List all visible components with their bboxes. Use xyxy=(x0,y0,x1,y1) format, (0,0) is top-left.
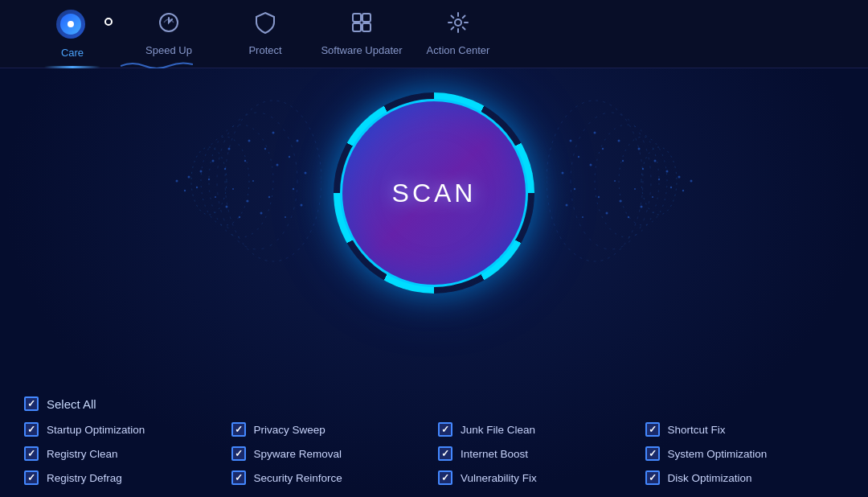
svg-point-47 xyxy=(574,188,575,190)
checkbox-privacy-sweep[interactable]: ✓ Privacy Sweep xyxy=(231,422,431,437)
svg-point-65 xyxy=(658,179,660,180)
nav-label-action-center: Action Center xyxy=(427,44,490,56)
svg-point-37 xyxy=(184,190,186,191)
svg-point-14 xyxy=(293,188,294,190)
select-all-checkbox[interactable]: ✓ xyxy=(24,396,39,411)
svg-point-10 xyxy=(191,147,227,215)
svg-point-26 xyxy=(239,216,240,218)
svg-point-36 xyxy=(188,176,190,179)
checkbox-security-reinforce[interactable]: ✓ Security Reinforce xyxy=(231,470,431,485)
svg-point-53 xyxy=(598,196,600,198)
checkboxes-section: ✓ Select All ✓ Startup Optimization ✓ Pr… xyxy=(0,396,868,497)
wing-left xyxy=(16,68,321,294)
nav-item-care[interactable]: Care xyxy=(24,0,121,68)
checkbox-grid: ✓ Startup Optimization ✓ Privacy Sweep ✓… xyxy=(24,422,844,485)
svg-point-44 xyxy=(570,140,572,142)
software-updater-icon xyxy=(350,11,373,39)
checkbox-registry-defrag[interactable]: ✓ Registry Defrag xyxy=(24,470,223,485)
svg-point-22 xyxy=(248,140,251,142)
nav-item-software-updater[interactable]: Software Updater xyxy=(313,0,410,68)
svg-point-66 xyxy=(652,196,653,198)
svg-point-56 xyxy=(622,160,624,162)
svg-point-32 xyxy=(208,179,210,180)
svg-point-58 xyxy=(620,200,622,203)
cursor xyxy=(104,18,113,26)
main-content: SCAN ✓ Select All ✓ Startup Optimization… xyxy=(0,68,868,497)
svg-point-69 xyxy=(678,176,681,179)
checkbox-label-vulnerability-fix: Vulnerability Fix xyxy=(461,472,537,484)
checkbox-junk-file-clean[interactable]: ✓ Junk File Clean xyxy=(438,422,637,437)
svg-rect-4 xyxy=(362,23,371,31)
checkbox-label-startup-optimization: Startup Optimization xyxy=(47,424,145,436)
svg-point-45 xyxy=(578,156,579,158)
care-icon xyxy=(56,10,88,42)
checkbox-startup-optimization[interactable]: ✓ Startup Optimization xyxy=(24,422,223,437)
svg-point-60 xyxy=(638,148,641,150)
checkbox-registry-clean[interactable]: ✓ Registry Clean xyxy=(24,446,223,461)
svg-point-55 xyxy=(618,140,620,142)
svg-point-46 xyxy=(562,172,564,175)
svg-point-25 xyxy=(247,200,249,203)
svg-point-23 xyxy=(244,160,246,162)
svg-point-48 xyxy=(566,204,568,207)
scan-button-outer[interactable]: SCAN xyxy=(334,92,534,294)
nav-item-action-center[interactable]: Action Center xyxy=(410,0,506,68)
checkbox-disk-optimization[interactable]: ✓ Disk Optimization xyxy=(645,470,845,485)
svg-point-30 xyxy=(226,206,228,208)
svg-point-20 xyxy=(268,196,270,198)
svg-point-29 xyxy=(232,188,234,190)
svg-point-38 xyxy=(176,180,178,183)
checkbox-label-spyware-removal: Spyware Removal xyxy=(254,448,342,460)
scan-button-label: SCAN xyxy=(392,179,477,208)
nav-item-protect[interactable]: Protect xyxy=(217,0,313,68)
checkbox-vulnerability-fix[interactable]: ✓ Vulnerability Fix xyxy=(438,470,637,485)
checkbox-label-junk-file-clean: Junk File Clean xyxy=(461,424,535,436)
checkbox-label-disk-optimization: Disk Optimization xyxy=(668,472,752,484)
svg-point-62 xyxy=(634,188,636,190)
svg-point-8 xyxy=(209,125,273,237)
svg-point-52 xyxy=(590,164,592,166)
select-all-label: Select All xyxy=(47,397,96,411)
checkbox-internet-boost[interactable]: ✓ Internet Boost xyxy=(438,446,637,461)
svg-rect-1 xyxy=(353,14,361,22)
svg-point-27 xyxy=(228,148,231,150)
svg-point-31 xyxy=(212,160,215,162)
svg-point-33 xyxy=(215,196,216,198)
svg-point-19 xyxy=(276,164,279,166)
svg-point-49 xyxy=(582,216,583,218)
scan-button-ring: SCAN xyxy=(340,99,528,287)
svg-point-28 xyxy=(224,168,226,170)
svg-point-67 xyxy=(666,170,669,173)
svg-point-11 xyxy=(297,140,299,142)
svg-point-50 xyxy=(594,132,596,134)
checkbox-label-security-reinforce: Security Reinforce xyxy=(254,472,342,484)
checkbox-label-shortcut-fix: Shortcut Fix xyxy=(668,424,726,436)
svg-point-61 xyxy=(642,168,644,170)
protect-icon xyxy=(255,11,276,39)
svg-point-68 xyxy=(670,187,672,188)
checkbox-label-privacy-sweep: Privacy Sweep xyxy=(254,424,326,436)
svg-point-34 xyxy=(200,170,203,173)
svg-point-40 xyxy=(571,113,651,249)
nav-label-speed-up: Speed Up xyxy=(145,44,192,56)
svg-point-35 xyxy=(196,187,198,188)
checkbox-label-internet-boost: Internet Boost xyxy=(461,448,528,460)
svg-point-16 xyxy=(285,216,286,218)
checkbox-shortcut-fix[interactable]: ✓ Shortcut Fix xyxy=(645,422,845,437)
svg-point-41 xyxy=(595,125,659,237)
checkbox-label-registry-clean: Registry Clean xyxy=(47,448,118,460)
nav-item-speed-up[interactable]: Speed Up xyxy=(121,0,217,68)
svg-point-71 xyxy=(690,180,693,183)
checkbox-spyware-removal[interactable]: ✓ Spyware Removal xyxy=(231,446,431,461)
svg-point-5 xyxy=(455,19,461,26)
svg-point-15 xyxy=(301,204,303,207)
select-all-row: ✓ Select All xyxy=(24,396,844,411)
nav-label-protect: Protect xyxy=(248,44,281,56)
svg-point-12 xyxy=(289,156,290,158)
action-center-icon xyxy=(447,11,469,39)
wing-right xyxy=(547,68,852,294)
svg-point-13 xyxy=(305,172,307,175)
svg-point-63 xyxy=(641,206,643,208)
checkbox-system-optimization[interactable]: ✓ System Optimization xyxy=(645,446,845,461)
svg-rect-2 xyxy=(362,14,371,22)
